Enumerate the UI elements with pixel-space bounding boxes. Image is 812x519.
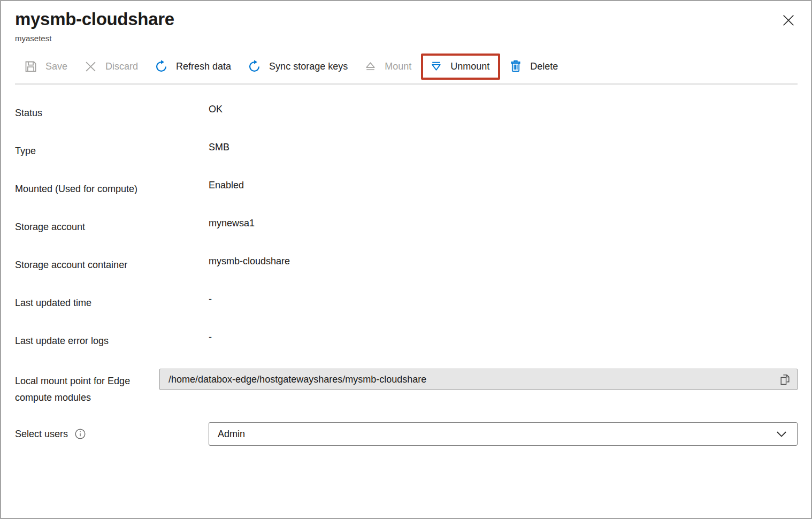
eject-icon xyxy=(364,60,377,73)
field-row-mounted: Mounted (Used for compute) Enabled xyxy=(15,183,798,195)
sync-storage-keys-button[interactable]: Sync storage keys xyxy=(247,59,348,74)
field-value: mysmb-cloudshare xyxy=(209,255,290,267)
save-icon xyxy=(24,59,38,74)
select-users-selected-value: Admin xyxy=(218,429,773,440)
mount-point-value: /home/databox-edge/hostgatewayshares/mys… xyxy=(168,374,778,385)
copy-button[interactable] xyxy=(778,373,792,386)
select-users-dropdown[interactable]: Admin xyxy=(209,422,798,446)
unmount-button[interactable]: Unmount xyxy=(430,60,489,73)
field-row-storage-account: Storage account mynewsa1 xyxy=(15,221,798,233)
mount-point-readonly-field[interactable]: /home/databox-edge/hostgatewayshares/mys… xyxy=(159,369,798,390)
refresh-data-label: Refresh data xyxy=(176,61,231,72)
command-bar: Save Discard Refresh data Sync storage k… xyxy=(1,52,811,80)
field-value: - xyxy=(209,293,212,305)
field-label: Select users xyxy=(15,428,68,440)
properties-section: Status OK Type SMB Mounted (Used for com… xyxy=(1,85,811,446)
field-value: SMB xyxy=(209,141,229,153)
field-label: Local mount point for Edge compute modul… xyxy=(15,373,159,406)
share-details-blade: mysmb-cloudshare myasetest Save Discard … xyxy=(0,0,812,519)
field-value: OK xyxy=(209,103,223,115)
field-value: - xyxy=(209,331,212,343)
unmount-highlight-annotation: Unmount xyxy=(421,54,500,80)
close-button[interactable] xyxy=(778,10,799,31)
mount-label: Mount xyxy=(385,61,411,72)
field-value: mynewsa1 xyxy=(209,217,255,229)
discard-button[interactable]: Discard xyxy=(83,59,138,74)
info-icon[interactable] xyxy=(74,428,86,440)
blade-header: mysmb-cloudshare myasetest xyxy=(1,1,811,43)
field-label: Storage account container xyxy=(15,259,209,271)
field-label: Last update error logs xyxy=(15,335,209,347)
discard-icon xyxy=(83,59,98,74)
field-label: Status xyxy=(15,107,209,119)
field-label: Last updated time xyxy=(15,297,209,309)
field-label: Type xyxy=(15,145,209,157)
field-row-last-updated: Last updated time - xyxy=(15,297,798,309)
page-title: mysmb-cloudshare xyxy=(15,7,797,31)
chevron-down-icon xyxy=(773,426,790,442)
field-label: Mounted (Used for compute) xyxy=(15,183,209,195)
trash-icon xyxy=(509,59,523,73)
sync-storage-keys-label: Sync storage keys xyxy=(269,61,348,72)
field-row-select-users: Select users Admin xyxy=(15,422,798,446)
delete-button[interactable]: Delete xyxy=(509,59,558,73)
refresh-data-button[interactable]: Refresh data xyxy=(154,59,231,74)
field-label: Storage account xyxy=(15,221,209,233)
unmount-label: Unmount xyxy=(450,61,489,72)
save-label: Save xyxy=(45,61,67,72)
field-row-status: Status OK xyxy=(15,107,798,119)
select-users-label-group: Select users xyxy=(15,428,209,440)
unmount-icon xyxy=(430,60,443,73)
mount-button[interactable]: Mount xyxy=(364,60,411,73)
refresh-icon xyxy=(154,59,168,74)
field-row-type: Type SMB xyxy=(15,145,798,157)
field-row-error-logs: Last update error logs - xyxy=(15,335,798,347)
delete-label: Delete xyxy=(530,61,558,72)
save-button[interactable]: Save xyxy=(24,59,67,74)
copy-icon xyxy=(778,373,792,386)
field-value: Enabled xyxy=(209,179,244,191)
close-icon xyxy=(780,12,797,29)
discard-label: Discard xyxy=(105,61,138,72)
sync-icon xyxy=(247,59,262,74)
page-subtitle: myasetest xyxy=(15,34,797,43)
field-row-storage-container: Storage account container mysmb-cloudsha… xyxy=(15,259,798,271)
field-row-local-mount-point: Local mount point for Edge compute modul… xyxy=(15,373,798,406)
